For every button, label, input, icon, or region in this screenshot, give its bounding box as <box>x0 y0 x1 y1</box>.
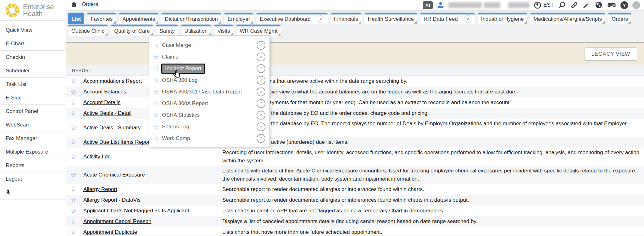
report-link[interactable]: Account Details <box>83 99 120 105</box>
primary-tab[interactable]: Dictation/Transcription ↗ <box>161 13 221 24</box>
report-link[interactable]: Appointment Cancel Reason <box>83 218 151 224</box>
keyboard-icon[interactable] <box>607 1 616 9</box>
report-link[interactable]: Appointment Duplicate <box>83 229 137 235</box>
primary-tab[interactable]: Executive Dashboard ↗ <box>256 13 328 24</box>
report-link[interactable]: Active Deals - Detail <box>83 110 131 116</box>
primary-tab[interactable]: Favorites ↗ <box>87 13 116 24</box>
favorite-star-icon[interactable]: ☆ <box>71 207 76 215</box>
search-icon[interactable] <box>558 1 566 9</box>
report-link[interactable]: Allergy Report - DataVis <box>83 197 141 203</box>
favorite-star-icon[interactable]: ☆ <box>152 135 160 142</box>
menu-item[interactable]: ☆ Sharps Log ↗ <box>149 121 269 132</box>
link-icon[interactable] <box>570 1 578 9</box>
report-name-cell: ☆ Appointment Cancel Reason <box>66 217 222 226</box>
favorite-star-icon[interactable]: ☆ <box>71 171 76 179</box>
sidebar-item[interactable]: Reports <box>0 159 66 172</box>
primary-tab[interactable]: Health Surveillance ↗ <box>364 13 417 24</box>
sidebar-item[interactable]: E-Chart <box>0 37 66 51</box>
favorite-star-icon[interactable]: ☆ <box>71 99 76 106</box>
favorite-star-icon[interactable]: ☆ <box>152 111 160 119</box>
favorite-star-icon[interactable]: ☆ <box>71 124 76 132</box>
primary-tab[interactable]: List ↗ <box>68 13 84 24</box>
secondary-tab[interactable]: Outside Clinic ↗ <box>68 25 108 36</box>
menu-item[interactable]: ☆ Work Comp ↗ <box>149 132 269 144</box>
primary-tab[interactable]: Orders ↗ <box>608 13 631 24</box>
sidebar-item[interactable]: Logout <box>0 172 66 186</box>
tab-label: Financials <box>334 16 358 22</box>
open-in-new-icon[interactable]: ↗ <box>257 53 265 61</box>
menu-item[interactable]: ☆ OSHA 300/301 Case Data Report ↗ <box>149 86 269 98</box>
favorite-star-icon[interactable]: ☆ <box>71 110 76 117</box>
primary-tab[interactable]: Employer ↗ <box>224 13 254 24</box>
menu-item[interactable]: ☆ OSHA Statistics ↗ <box>149 109 269 121</box>
favorite-star-icon[interactable]: ☆ <box>71 153 76 160</box>
sidebar-item[interactable]: E-Sign <box>0 91 66 105</box>
favorite-star-icon[interactable]: ☆ <box>71 138 76 146</box>
open-in-new-icon[interactable]: ↗ <box>257 76 265 85</box>
legacy-view-button[interactable]: LEGACY VIEW <box>585 48 637 61</box>
menu-item[interactable]: ☆ OSHA 300A Report ↗ <box>149 98 269 109</box>
favorite-star-icon[interactable]: ☆ <box>71 196 76 204</box>
favorite-star-icon[interactable]: ☆ <box>152 42 160 49</box>
primary-tab[interactable]: Industrial Hygiene ↗ <box>478 13 527 24</box>
sidebar-pin-item[interactable] <box>0 186 66 199</box>
open-in-new-icon[interactable]: ↗ <box>257 111 265 120</box>
avatar[interactable] <box>632 1 640 9</box>
report-link[interactable]: Active Deals - Summary <box>83 125 141 131</box>
open-in-new-icon[interactable]: ↗ <box>464 15 471 23</box>
sidebar-item[interactable]: Task List <box>0 78 66 91</box>
secondary-tab[interactable]: Quality of Care ↗ <box>111 25 153 36</box>
sidebar-item[interactable]: Quick View <box>0 24 66 37</box>
wand-icon[interactable] <box>582 1 591 9</box>
menu-item[interactable]: ☆ Claims ↗ <box>149 51 269 63</box>
open-in-new-icon[interactable]: ↗ <box>257 99 265 108</box>
primary-tab[interactable]: HR Data Feed ↗ <box>420 13 475 24</box>
primary-tab[interactable]: Financials ↗ <box>330 13 362 24</box>
favorite-star-icon[interactable]: ☆ <box>152 53 160 61</box>
report-link[interactable]: Activity Log <box>83 154 111 160</box>
report-link[interactable]: Allergy Report <box>83 186 117 192</box>
open-in-new-icon[interactable]: ↗ <box>257 122 265 131</box>
sidebar-item[interactable]: Multiple Exposure <box>0 145 66 159</box>
secondary-tab[interactable]: WR Case Mgmt ↗ <box>236 25 281 36</box>
menu-item[interactable]: ☆ OSHA 300 Log ↗ <box>149 74 269 86</box>
sidebar-item[interactable]: Control Panel <box>0 105 66 118</box>
favorite-star-icon[interactable]: ☆ <box>71 218 76 225</box>
sidebar-item[interactable]: Checkin <box>0 51 66 64</box>
favorite-star-icon[interactable]: ☆ <box>71 88 76 96</box>
favorite-star-icon[interactable]: ☆ <box>152 65 160 72</box>
report-link[interactable]: Applicant Charts Not Flagged as Is Appli… <box>83 208 189 214</box>
report-link[interactable]: Acute Chemical Exposure <box>83 172 145 178</box>
sidebar-item[interactable]: WebScan <box>0 118 66 132</box>
favorite-star-icon[interactable]: ☆ <box>71 228 76 236</box>
report-link[interactable]: Active Due List Items Report <box>83 139 151 145</box>
favorite-star-icon[interactable]: ☆ <box>71 77 76 85</box>
report-link[interactable]: Accommodations Report <box>83 78 142 84</box>
menu-item[interactable]: ☆ Case Merge ↗ <box>149 39 269 51</box>
favorite-star-icon[interactable]: ☆ <box>152 100 160 107</box>
secondary-tab[interactable]: Utilization ↗ <box>181 25 211 36</box>
favorite-star-icon[interactable]: ☆ <box>152 123 160 131</box>
clock-icon[interactable] <box>534 1 541 9</box>
report-link[interactable]: Account Balances <box>83 89 126 95</box>
favorite-star-icon[interactable]: ☆ <box>152 88 160 96</box>
home-icon[interactable] <box>70 1 77 8</box>
open-in-new-icon[interactable]: ↗ <box>257 41 265 50</box>
favorite-star-icon[interactable]: ☆ <box>152 76 160 84</box>
help-icon[interactable]: ? <box>620 1 628 9</box>
menu-item[interactable]: ☆ Incident Report ↗ <box>149 63 269 74</box>
primary-tab[interactable]: Appointments ↗ <box>119 13 158 24</box>
sidebar-item[interactable]: Fax Manager <box>0 132 66 145</box>
open-in-new-icon[interactable]: ↗ <box>317 15 324 23</box>
open-in-new-icon[interactable]: ↗ <box>257 64 265 73</box>
secondary-tab[interactable]: Safety ↗ <box>156 25 178 36</box>
open-in-new-icon[interactable]: ↗ <box>257 87 265 96</box>
globe-icon[interactable] <box>595 1 603 9</box>
sidebar-item[interactable]: Scheduler <box>0 64 66 78</box>
user-icon[interactable] <box>437 1 444 9</box>
primary-tab[interactable]: Medications/Allergies/Scripts ↗ <box>530 13 605 24</box>
favorite-star-icon[interactable]: ☆ <box>71 186 76 193</box>
open-in-new-icon[interactable]: ↗ <box>257 134 265 143</box>
secondary-tab[interactable]: Visits ↗ <box>214 25 233 36</box>
ai-badge[interactable]: AI <box>423 1 433 9</box>
